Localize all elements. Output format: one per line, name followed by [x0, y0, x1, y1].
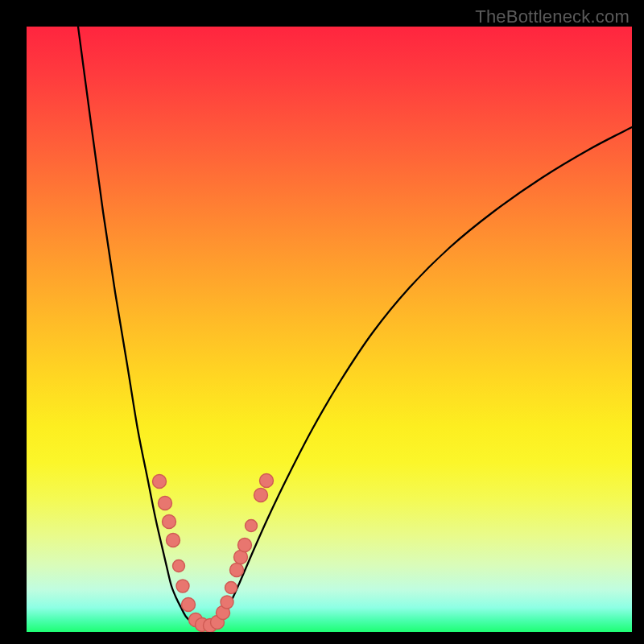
data-marker: [182, 598, 196, 612]
data-marker: [225, 582, 237, 594]
data-marker: [238, 539, 252, 552]
curve-right-branch: [218, 127, 632, 622]
data-marker: [230, 564, 244, 577]
data-marker: [254, 489, 268, 502]
data-marker: [246, 520, 258, 532]
data-marker: [221, 596, 233, 609]
data-marker: [153, 475, 167, 489]
plot-area: [27, 27, 632, 632]
data-marker: [173, 560, 185, 572]
curve-layer: [27, 27, 632, 632]
data-marker: [176, 580, 189, 592]
chart-frame: TheBottleneck.com: [0, 0, 644, 644]
data-markers: [153, 474, 274, 633]
data-marker: [167, 534, 180, 547]
data-marker: [260, 474, 274, 488]
watermark-text: TheBottleneck.com: [475, 6, 630, 27]
data-marker: [159, 497, 172, 510]
data-marker: [163, 515, 176, 529]
